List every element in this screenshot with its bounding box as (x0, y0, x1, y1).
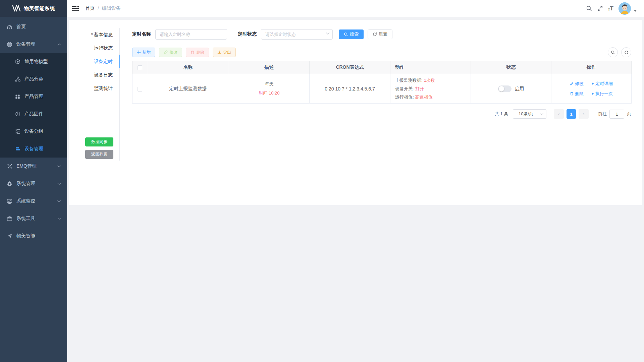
refresh-icon[interactable] (621, 47, 631, 57)
action-line: 运行档位:高速档位 (395, 93, 470, 101)
app-title: 物美智能系统 (24, 5, 55, 12)
firmware-icon (15, 111, 20, 117)
fullscreen-icon[interactable] (597, 5, 603, 11)
tab-basic-info[interactable]: *基本信息 (69, 28, 119, 41)
sidebar-item-product-firmware[interactable]: 产品固件 (0, 105, 67, 123)
search-icon[interactable] (586, 5, 592, 11)
sidebar-item-label: 系统工具 (16, 216, 35, 222)
timer-name-input[interactable] (155, 29, 227, 40)
toggle-search-icon[interactable] (608, 47, 618, 57)
prev-page-button[interactable]: ‹ (554, 109, 564, 119)
dashboard-icon (7, 24, 12, 30)
chevron-down-icon (57, 183, 61, 185)
timer-status-label: 定时状态 (238, 31, 257, 37)
monitor-icon (7, 198, 12, 204)
page-unit-label: 页 (627, 111, 631, 117)
logo-mark-icon (12, 5, 21, 12)
row-checkbox[interactable] (138, 87, 142, 92)
sidebar-item-product-category[interactable]: 产品分类 (0, 70, 67, 88)
search-button[interactable]: 搜索 (339, 29, 364, 39)
sidebar-item-device-manage-active[interactable]: 设备管理 (0, 140, 67, 158)
add-button[interactable]: 新增 (132, 48, 155, 57)
sidebar-item-label: 通用物模型 (24, 59, 48, 65)
goto-page-input[interactable] (609, 110, 624, 119)
sitemap-icon (15, 76, 20, 82)
font-size-icon[interactable]: TT (608, 6, 614, 11)
timer-table: 名称 描述 CRON表达式 动作 状态 操作 定时上报监测数据 (132, 61, 632, 104)
tab-running-status[interactable]: 运行状态 (69, 41, 119, 55)
table-row: 定时上报监测数据 每天 时间 10:20 0 20 10 ? * 1,2,3,4… (132, 74, 632, 104)
export-button[interactable]: 导出 (213, 48, 236, 57)
breadcrumb-separator: / (98, 6, 99, 11)
required-mark: * (91, 32, 93, 37)
tab-device-log[interactable]: 设备日志 (69, 68, 119, 81)
device-submenu: 通用物模型 产品分类 产品管理 (0, 53, 67, 158)
reset-button[interactable]: 重置 (368, 29, 392, 39)
content: *基本信息 运行状态 设备定时 设备日志 监测统计 数据同步 返回列表 定时名称… (67, 17, 644, 205)
sidebar-item-system-monitor[interactable]: 系统监控 (0, 192, 67, 210)
header-desc: 描述 (229, 61, 310, 74)
desc-primary: 每天 (229, 81, 309, 87)
current-page-button[interactable]: 1 (567, 109, 576, 119)
app-logo[interactable]: 物美智能系统 (0, 0, 67, 17)
sidebar-menu: 首页 设备管理 通用物模型 (0, 17, 67, 245)
tab-monitor-stats[interactable]: 监测统计 (69, 81, 119, 95)
sidebar-item-product-mgmt[interactable]: 产品管理 (0, 88, 67, 105)
timer-name-label: 定时名称 (132, 31, 151, 37)
status-toggle[interactable] (498, 85, 512, 92)
emq-nodes-icon (7, 164, 12, 169)
back-to-list-button[interactable]: 返回列表 (85, 150, 113, 159)
cell-name: 定时上报监测数据 (147, 74, 229, 104)
toolbar-icon-group (608, 47, 631, 57)
data-sync-button[interactable]: 数据同步 (85, 137, 113, 146)
sidebar-item-system-tools[interactable]: 系统工具 (0, 210, 67, 227)
header-operate: 操作 (551, 61, 632, 74)
devices-icon (7, 42, 12, 47)
breadcrumb-home[interactable]: 首页 (85, 5, 95, 11)
page-size-select[interactable]: 10条/页 (513, 109, 546, 119)
action-line: 上报监测数据:1次数 (395, 76, 470, 84)
timer-status-select[interactable] (261, 29, 333, 40)
row-delete-link[interactable]: 删除 (570, 91, 584, 97)
topbar-actions: TT (586, 0, 637, 17)
sidebar-item-label: 产品管理 (24, 94, 43, 100)
next-page-button[interactable]: › (579, 109, 589, 119)
sidebar-item-label: 设备分组 (24, 128, 43, 134)
select-all-checkbox[interactable] (138, 65, 142, 70)
sidebar-item-home[interactable]: 首页 (0, 18, 67, 36)
sidebar-item-label: 物美智能 (16, 233, 35, 239)
header-action: 动作 (390, 61, 471, 74)
pagination: 共 1 条 10条/页 ‹ 1 › 前往 页 (495, 109, 631, 119)
sidebar-item-label: 首页 (16, 24, 26, 30)
avatar[interactable] (619, 2, 631, 15)
sidebar-item-wumei-smart[interactable]: 物美智能 (0, 227, 67, 245)
device-tabs: *基本信息 运行状态 设备定时 设备日志 监测统计 (69, 28, 119, 95)
tab-device-timer[interactable]: 设备定时 (69, 55, 119, 68)
sidebar-item-device-group[interactable]: 设备分组 (0, 123, 67, 140)
sidebar-fold-icon[interactable] (72, 6, 79, 11)
caret-down-icon[interactable] (634, 10, 637, 12)
row-run-once-link[interactable]: 执行一次 (592, 91, 613, 97)
header-cron: CRON表达式 (310, 61, 390, 74)
sidebar-item-system-mgmt[interactable]: 系统管理 (0, 175, 67, 192)
edit-button[interactable]: 修改 (159, 48, 182, 57)
tab-active-indicator (119, 55, 120, 68)
sidebar-item-label: 系统监控 (16, 198, 35, 204)
delete-button[interactable]: 删除 (186, 48, 209, 57)
sidebar-item-label: 系统管理 (16, 181, 35, 187)
cell-desc: 每天 时间 10:20 (229, 74, 310, 104)
topbar: 首页 / 编辑设备 TT (67, 0, 644, 17)
paper-plane-icon (7, 233, 12, 239)
sidebar-item-label: 产品固件 (24, 111, 43, 117)
cell-action: 上报监测数据:1次数 设备开关:打开 运行档位:高速档位 (390, 74, 471, 104)
cell-operate: 修改 定时详细 删除 (551, 74, 632, 104)
sidebar-item-thing-model[interactable]: 通用物模型 (0, 53, 67, 70)
row-timer-detail-link[interactable]: 定时详细 (592, 81, 613, 87)
row-edit-link[interactable]: 修改 (570, 81, 584, 87)
sidebar-item-label: 设备管理 (24, 146, 43, 152)
header-name: 名称 (147, 61, 229, 74)
action-line: 设备开关:打开 (395, 84, 470, 93)
chevron-down-icon (57, 218, 61, 220)
sidebar-item-emq[interactable]: EMQ管理 (0, 158, 67, 175)
sidebar-item-device-mgmt[interactable]: 设备管理 (0, 36, 67, 53)
